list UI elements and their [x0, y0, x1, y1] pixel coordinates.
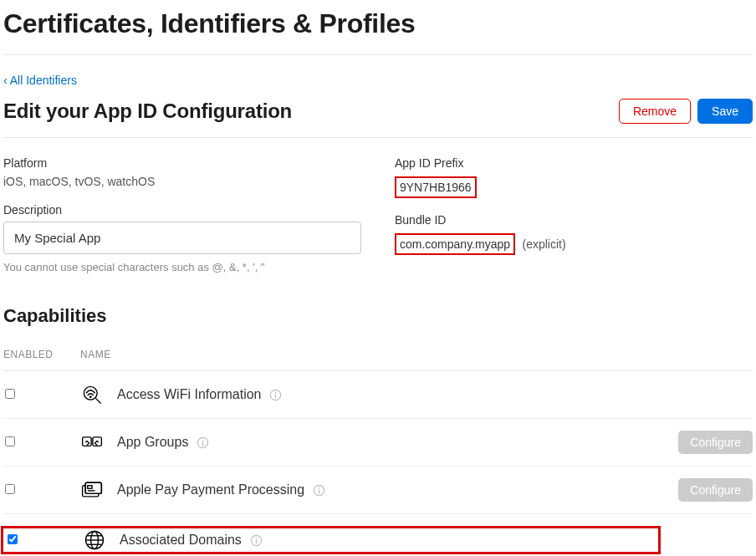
bundle-label: Bundle ID: [395, 213, 753, 227]
page-title: Certificates, Identifiers & Profiles: [3, 0, 753, 55]
bundle-value: com.company.myapp: [400, 237, 510, 251]
capability-name: Associated Domains: [120, 533, 242, 548]
svg-rect-18: [319, 489, 319, 493]
svg-point-9: [202, 439, 204, 441]
platform-value: iOS, macOS, tvOS, watchOS: [3, 175, 361, 188]
prefix-highlight: 9YN7HB1966: [395, 176, 477, 198]
svg-rect-5: [275, 394, 276, 398]
capability-checkbox[interactable]: [5, 484, 15, 494]
info-icon: [250, 534, 263, 547]
capability-name: Access WiFi Information: [117, 387, 261, 402]
back-link[interactable]: ‹ All Identifiers: [3, 74, 77, 87]
info-icon: [269, 389, 282, 401]
remove-button[interactable]: Remove: [619, 99, 691, 124]
configure-button[interactable]: Configure: [678, 431, 753, 454]
capability-name: Apple Pay Payment Processing: [117, 482, 304, 497]
info-icon: [197, 436, 209, 449]
col-name-header: NAME: [80, 349, 753, 360]
svg-line-1: [95, 398, 100, 403]
capability-row: Access WiFi Information: [3, 371, 753, 419]
wifi-icon: [80, 383, 117, 406]
prefix-label: App ID Prefix: [395, 156, 753, 170]
save-button[interactable]: Save: [697, 99, 753, 124]
capabilities-title: Capabilities: [3, 305, 753, 327]
prefix-value: 9YN7HB1966: [400, 181, 472, 194]
groups-icon: [80, 431, 117, 454]
svg-rect-10: [202, 441, 203, 446]
svg-point-4: [275, 391, 277, 393]
capability-row: Associated Domains: [3, 514, 753, 556]
globe-icon: [83, 528, 120, 552]
capability-checkbox[interactable]: [5, 436, 15, 446]
description-label: Description: [3, 203, 361, 217]
page-subtitle: Edit your App ID Configuration: [3, 99, 292, 123]
description-hint: You cannot use special characters such a…: [3, 261, 361, 273]
pay-icon: [80, 478, 117, 502]
capability-row: App GroupsConfigure: [3, 419, 753, 467]
capability-name: App Groups: [117, 435, 188, 450]
info-icon: [313, 484, 325, 497]
platform-label: Platform: [3, 156, 361, 170]
col-enabled-header: ENABLED: [3, 349, 80, 360]
capability-checkbox[interactable]: [8, 534, 18, 544]
configure-button[interactable]: Configure: [678, 478, 753, 502]
bundle-highlight: com.company.myapp: [395, 233, 515, 255]
svg-point-17: [319, 487, 320, 488]
svg-point-25: [256, 537, 258, 538]
description-input[interactable]: [3, 222, 361, 254]
capability-checkbox[interactable]: [5, 389, 15, 399]
capability-row: Apple Pay Payment ProcessingConfigure: [3, 467, 753, 514]
svg-rect-26: [256, 539, 257, 543]
bundle-suffix: (explicit): [522, 237, 565, 251]
svg-point-2: [90, 396, 91, 397]
